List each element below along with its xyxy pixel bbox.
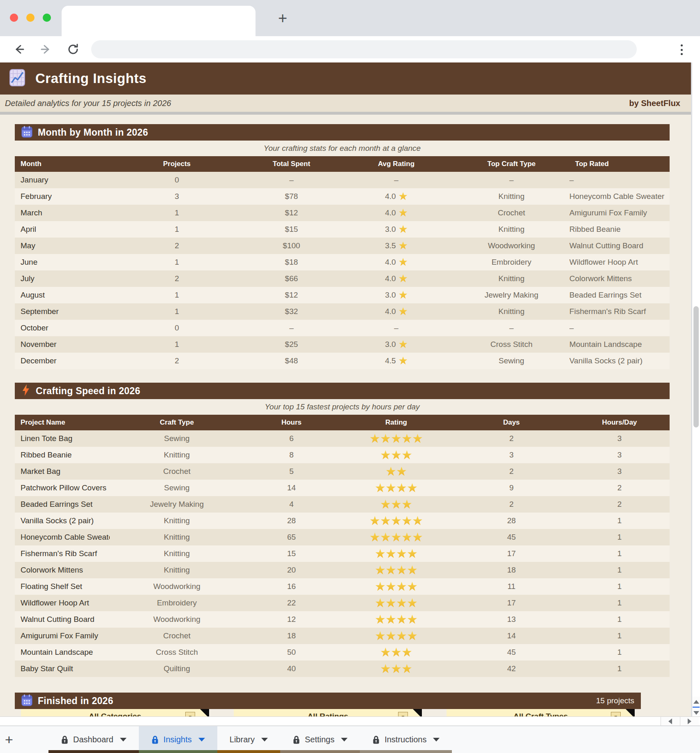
filter-dropdown[interactable]: All Ratings▼ <box>234 709 422 716</box>
down-arrow-icon <box>693 711 699 715</box>
days-cell: 45 <box>454 644 569 661</box>
table-row: June1$184.0EmbroideryWildflower Hoop Art <box>15 254 670 270</box>
back-icon[interactable] <box>12 43 25 56</box>
scroll-up-button[interactable] <box>692 697 700 707</box>
sheet-tab-bar: + DashboardInsightsLibrarySettingsInstru… <box>0 726 700 753</box>
craft-type-cell: Sewing <box>110 430 244 447</box>
hours-per-day-cell: 3 <box>569 447 670 463</box>
projects-cell: 2 <box>110 238 244 254</box>
craft-type-cell: Crochet <box>454 205 569 221</box>
filter-label: All Ratings <box>307 712 348 716</box>
chevron-down-icon <box>341 738 348 741</box>
star-icon <box>412 434 422 443</box>
close-window-button[interactable] <box>10 14 18 22</box>
sheet-tab-settings[interactable]: Settings <box>280 726 360 753</box>
hours-cell: 22 <box>244 595 339 611</box>
chevron-down-icon <box>120 738 127 741</box>
filter-row: All Categories▼All Ratings▼All Craft Typ… <box>15 709 641 716</box>
top-rated-cell: – <box>569 320 670 336</box>
filter-dropdown[interactable]: All Craft Types▼ <box>447 709 635 716</box>
reload-icon[interactable] <box>67 43 80 56</box>
hours-cell: 16 <box>244 578 339 595</box>
scroll-left-button[interactable] <box>661 717 679 725</box>
spent-cell: $18 <box>244 254 339 270</box>
table-row: Fisherman's Rib ScarfKnitting15171 <box>15 545 670 562</box>
calendar-icon <box>21 126 32 139</box>
hours-per-day-cell: 1 <box>569 628 670 644</box>
scroll-right-button[interactable] <box>680 717 699 725</box>
window-controls <box>10 14 51 22</box>
projects-cell: 0 <box>110 172 244 188</box>
vertical-scrollbar-thumb[interactable] <box>693 306 699 427</box>
sheet-tab-dashboard[interactable]: Dashboard <box>48 726 139 753</box>
sheet-tab-label: Insights <box>163 735 192 744</box>
add-sheet-button[interactable]: + <box>5 726 24 753</box>
month-cell: April <box>15 221 110 238</box>
minimize-window-button[interactable] <box>26 14 35 22</box>
star-icon <box>396 565 406 575</box>
filter-dropdown[interactable]: All Categories▼ <box>21 709 209 716</box>
table-row: Walnut Cutting BoardWoodworking12131 <box>15 611 670 628</box>
table-row: September1$324.0KnittingFisherman's Rib … <box>15 303 670 320</box>
craft-type-cell: Knitting <box>110 529 244 545</box>
month-cell: September <box>15 303 110 320</box>
section-month-by-month: Month by Month in 2026 Your crafting sta… <box>15 124 670 369</box>
star-icon <box>391 450 401 460</box>
top-rated-cell: Walnut Cutting Board <box>569 238 670 254</box>
column-header: Total Spent <box>244 156 339 172</box>
column-header: Rating <box>339 415 454 430</box>
all-sheets-menu-icon[interactable] <box>24 726 43 753</box>
dropdown-arrow-icon[interactable]: ▼ <box>398 712 408 716</box>
vertical-scrollbar[interactable] <box>692 62 700 716</box>
rating-cell: – <box>339 320 454 336</box>
speed-table-header: Project NameCraft TypeHoursRatingDaysHou… <box>15 415 670 430</box>
corner-marker-icon <box>626 709 635 716</box>
hours-cell: 4 <box>244 496 339 513</box>
sheet-tab-instructions[interactable]: Instructions <box>360 726 452 753</box>
sheet-tab-label: Instructions <box>385 735 426 744</box>
days-cell: 28 <box>454 513 569 529</box>
section-title: Crafting Speed in 2026 <box>36 386 140 397</box>
table-row: January0–––– <box>15 172 670 188</box>
browser-menu-icon[interactable] <box>679 44 684 56</box>
days-cell: 18 <box>454 562 569 578</box>
star-icon <box>407 614 417 624</box>
rating-cell <box>339 513 454 529</box>
craft-type-cell: Crochet <box>110 628 244 644</box>
address-bar[interactable] <box>91 40 637 58</box>
table-row: Floating Shelf SetWoodworking16111 <box>15 578 670 595</box>
rating-cell: 3.0 <box>339 287 454 303</box>
sheet-tab-insights[interactable]: Insights <box>139 726 217 753</box>
rating-cell <box>339 463 454 480</box>
horizontal-scrollbar[interactable] <box>0 716 700 726</box>
star-icon <box>380 647 390 657</box>
rating-cell: 4.0 <box>339 254 454 270</box>
dropdown-arrow-icon[interactable]: ▼ <box>185 712 195 716</box>
project-name-cell: Linen Tote Bag <box>15 430 110 447</box>
spent-cell: $78 <box>244 188 339 205</box>
new-tab-button[interactable]: + <box>274 10 291 26</box>
sheet-tab-library[interactable]: Library <box>217 726 280 753</box>
days-cell: 2 <box>454 430 569 447</box>
zoom-window-button[interactable] <box>43 14 51 22</box>
hours-per-day-cell: 1 <box>569 661 670 677</box>
star-icon <box>399 258 408 266</box>
browser-tab[interactable] <box>62 6 256 36</box>
project-name-cell: Floating Shelf Set <box>15 578 110 595</box>
craft-type-cell: Quilting <box>110 661 244 677</box>
section-title: Finished in 2026 <box>38 695 113 707</box>
forward-icon[interactable] <box>39 43 53 56</box>
star-icon <box>396 582 406 591</box>
table-row: May2$1003.5WoodworkingWalnut Cutting Boa… <box>15 238 670 254</box>
project-name-cell: Patchwork Pillow Covers <box>15 480 110 496</box>
spent-cell: $12 <box>244 205 339 221</box>
star-icon <box>402 499 412 509</box>
star-icon <box>391 647 401 657</box>
dropdown-arrow-icon[interactable]: ▼ <box>611 712 621 716</box>
hours-cell: 50 <box>244 644 339 661</box>
hours-cell: 40 <box>244 661 339 677</box>
header-divider <box>0 112 691 115</box>
star-icon <box>386 483 396 493</box>
star-icon <box>399 208 408 217</box>
projects-cell: 1 <box>110 221 244 238</box>
